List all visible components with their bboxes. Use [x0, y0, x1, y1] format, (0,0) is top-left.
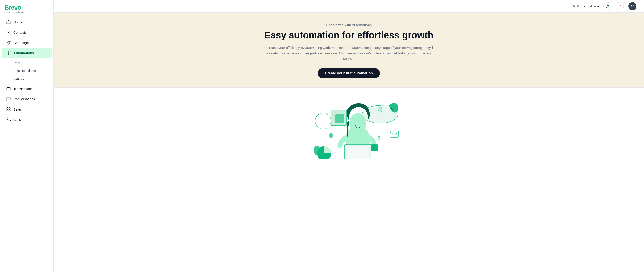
- sidebar-item-transactional[interactable]: Transactional: [2, 84, 52, 94]
- svg-point-0: [8, 31, 10, 32]
- top-header: Usage and plan AS ▾: [54, 0, 644, 12]
- sidebar-item-campaigns[interactable]: Campaigns: [2, 38, 52, 47]
- sidebar-item-calls[interactable]: Calls: [2, 115, 52, 124]
- svg-rect-23: [371, 144, 378, 151]
- sidebar-item-sales-label: Sales: [14, 107, 22, 111]
- sidebar-item-conversations[interactable]: Conversations: [2, 94, 52, 104]
- home-icon: [6, 20, 11, 24]
- svg-rect-6: [9, 110, 10, 111]
- svg-point-14: [315, 113, 331, 129]
- illustration-area: [54, 87, 644, 168]
- user-menu[interactable]: AS ▾: [628, 2, 639, 10]
- sales-icon: [6, 107, 11, 111]
- conversations-icon: [6, 97, 11, 101]
- sidebar-sub-item-logs[interactable]: Logs: [2, 58, 52, 66]
- sidebar-item-transactional-label: Transactional: [14, 87, 34, 91]
- svg-point-1: [8, 52, 9, 54]
- notifications-button[interactable]: [616, 2, 624, 10]
- sidebar-item-conversations-label: Conversations: [14, 97, 35, 101]
- sidebar-item-sales[interactable]: Sales: [2, 104, 52, 114]
- automation-illustration: [291, 96, 407, 159]
- svg-rect-13: [336, 114, 344, 123]
- avatar: AS: [628, 2, 636, 10]
- automations-icon: [6, 51, 11, 55]
- help-button[interactable]: [603, 2, 611, 10]
- transactional-icon: [6, 86, 11, 91]
- svg-rect-3: [7, 108, 8, 109]
- campaigns-icon: [6, 40, 11, 45]
- sidebar-sub-item-settings[interactable]: Settings: [2, 75, 52, 83]
- help-icon: [606, 4, 609, 8]
- svg-rect-2: [7, 87, 10, 90]
- hero-banner: Get started with Automations Easy automa…: [54, 12, 644, 87]
- svg-rect-4: [9, 108, 10, 109]
- bell-icon: [618, 4, 622, 8]
- sidebar-sub-item-email-templates[interactable]: Email templates: [2, 67, 52, 75]
- svg-rect-5: [7, 110, 8, 111]
- sidebar-item-automations[interactable]: Automations: [2, 48, 52, 58]
- contacts-icon: [6, 30, 11, 35]
- hero-description: Increase your efficiency by automating w…: [264, 45, 434, 62]
- sidebar: Brevo Formerly sendinblue Home Contacts …: [0, 0, 54, 272]
- sidebar-item-contacts[interactable]: Contacts: [2, 27, 52, 37]
- svg-rect-24: [390, 131, 399, 137]
- logo: Brevo Formerly sendinblue: [0, 0, 54, 17]
- chevron-down-icon: ▾: [637, 5, 639, 8]
- sidebar-item-contacts-label: Contacts: [14, 30, 26, 34]
- sidebar-sub-settings-label: Settings: [14, 77, 25, 81]
- page-content: Get started with Automations Easy automa…: [54, 12, 644, 272]
- svg-rect-22: [347, 147, 368, 159]
- usage-plan-label: Usage and plan: [577, 4, 599, 8]
- activity-icon: [572, 4, 576, 8]
- sidebar-sub-email-templates-label: Email templates: [14, 69, 36, 73]
- hero-title: Easy automation for effortless growth: [61, 30, 637, 41]
- create-automation-button[interactable]: Create your first automation: [318, 68, 380, 78]
- brand-formerly: Formerly sendinblue: [4, 11, 25, 13]
- calls-icon: [6, 117, 11, 122]
- sidebar-item-automations-label: Automations: [14, 51, 34, 55]
- sidebar-item-home-label: Home: [14, 20, 22, 24]
- sidebar-item-calls-label: Calls: [14, 118, 21, 121]
- svg-point-19: [355, 125, 356, 125]
- svg-point-18: [349, 113, 366, 133]
- sidebar-item-campaigns-label: Campaigns: [14, 41, 30, 45]
- sidebar-sub-logs-label: Logs: [14, 60, 20, 64]
- sidebar-item-home[interactable]: Home: [2, 17, 52, 27]
- brand-name: Brevo: [4, 4, 25, 11]
- hero-subtitle: Get started with Automations: [61, 23, 637, 27]
- usage-and-plan-button[interactable]: Usage and plan: [572, 4, 599, 8]
- main-content: Usage and plan AS ▾ Get started with Aut…: [54, 0, 644, 272]
- sidebar-scrollbar[interactable]: [52, 0, 54, 272]
- svg-point-8: [620, 5, 621, 6]
